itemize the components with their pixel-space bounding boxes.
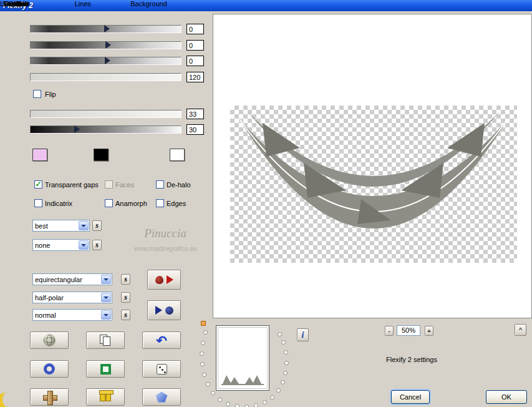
collapse-button[interactable]: ^ (515, 324, 526, 336)
memory-dot[interactable] (254, 403, 258, 407)
sharpen-slider[interactable] (30, 125, 181, 134)
info-button[interactable]: i (297, 328, 309, 341)
sharpen-value[interactable]: 30 (186, 124, 204, 135)
spin-value[interactable]: 0 (186, 56, 204, 66)
frame-button[interactable] (86, 360, 125, 378)
zoom-level[interactable]: 50% (397, 325, 420, 336)
longitude-slider-handle[interactable] (105, 41, 111, 49)
memory-dot[interactable] (206, 382, 210, 386)
preview-dropdown[interactable]: best (32, 220, 90, 232)
memory-dot[interactable] (284, 361, 289, 365)
preview-dropdown-value: best (35, 222, 78, 230)
blue-blob-icon (165, 306, 173, 315)
edges-checkbox[interactable] (156, 199, 164, 207)
memory-dot[interactable] (281, 340, 286, 345)
latitude-slider[interactable] (30, 25, 181, 33)
grid-dropdown[interactable]: none (32, 239, 90, 251)
transparent-gaps-checkbox[interactable]: ✓ (34, 180, 42, 189)
tabs-value[interactable]: 33 (186, 109, 204, 119)
cross-button[interactable] (30, 388, 69, 406)
faces-checkbox (105, 180, 113, 189)
memory-dot[interactable] (283, 371, 288, 375)
de-halo-label: De-halo (167, 181, 204, 189)
thumbnail-shape (218, 366, 268, 388)
glue-s-button[interactable]: s (121, 310, 130, 320)
random-button[interactable] (142, 360, 181, 378)
zoom-in-button[interactable]: + (425, 326, 433, 336)
memory-dot[interactable] (200, 362, 205, 366)
memory-dot[interactable] (284, 350, 288, 355)
input-dropdown-value: equirectangular (35, 275, 100, 284)
gem-button[interactable] (142, 388, 181, 406)
edges-label: Edges (167, 200, 204, 208)
info-icon: i (302, 330, 304, 340)
gift-icon (100, 393, 111, 401)
memory-dot[interactable] (200, 351, 204, 356)
memory-dot[interactable] (211, 391, 215, 395)
input-dropdown[interactable]: equirectangular (32, 273, 112, 285)
chevron-down-icon[interactable] (101, 293, 111, 302)
anamorph-checkbox[interactable] (105, 199, 113, 207)
thumbnail-preview[interactable] (216, 325, 269, 391)
transparency-checkerboard (230, 105, 517, 263)
memory-dot[interactable] (201, 341, 205, 345)
memory-dot[interactable] (218, 398, 222, 402)
flexify-dialog: Flexify 2 Latitude 0 Longitude 0 Spin 0 … (0, 0, 532, 407)
memory-dot[interactable] (203, 330, 208, 335)
memory-dot[interactable] (270, 395, 274, 400)
latitude-value[interactable]: 0 (186, 24, 204, 34)
chevron-down-icon[interactable] (79, 221, 89, 230)
duplicate-button[interactable] (86, 331, 125, 349)
longitude-value[interactable]: 0 (186, 40, 204, 51)
preview-s-button[interactable]: s (92, 220, 102, 231)
chevron-down-icon[interactable] (79, 240, 89, 250)
output-dropdown[interactable]: half-polar (32, 292, 112, 303)
lines-swatch-label: Lines (69, 0, 91, 8)
memory-dot[interactable] (278, 332, 282, 336)
cross-icon (43, 391, 56, 404)
watermark-url: www.maidiregrafica.eu (115, 245, 215, 252)
memory-dot[interactable] (226, 402, 230, 406)
ok-button[interactable]: OK (486, 390, 527, 404)
tabs-slider (30, 110, 181, 118)
grid-dropdown-value: none (35, 241, 78, 250)
indicatrix-checkbox[interactable] (34, 199, 42, 207)
memory-dot[interactable] (244, 405, 249, 407)
memory-dot[interactable] (202, 373, 206, 377)
spin-slider[interactable] (30, 57, 181, 65)
fov-value[interactable]: 120 (186, 72, 204, 82)
lines-color-swatch[interactable] (94, 149, 109, 161)
output-s-button[interactable]: s (121, 292, 130, 303)
spin-slider-handle[interactable] (105, 57, 110, 64)
undo-button[interactable]: ↶ (142, 331, 181, 349)
tab-color-swatch[interactable] (32, 149, 47, 161)
render-preview-button[interactable] (147, 270, 181, 290)
selected-memory-dot[interactable] (201, 321, 206, 326)
zoom-out-button[interactable]: - (385, 326, 394, 336)
settings-caption: Flexify 2 settings (359, 356, 465, 363)
blue-play-icon (155, 306, 162, 315)
globe-button[interactable] (30, 331, 69, 349)
gem-icon (156, 392, 168, 403)
ring-button[interactable] (30, 360, 69, 378)
background-color-swatch[interactable] (170, 149, 185, 161)
memory-dot[interactable] (263, 400, 267, 405)
auto-preview-button[interactable] (147, 300, 181, 320)
input-s-button[interactable]: s (121, 274, 130, 285)
latitude-slider-handle[interactable] (104, 25, 110, 32)
memory-dot[interactable] (281, 380, 285, 385)
flip-checkbox[interactable] (33, 90, 41, 98)
chevron-down-icon[interactable] (101, 275, 111, 284)
grid-s-button[interactable]: s (92, 240, 102, 250)
sharpen-slider-handle[interactable] (74, 125, 80, 133)
chevron-down-icon[interactable] (101, 310, 111, 320)
cancel-button[interactable]: Cancel (391, 390, 430, 404)
glue-dropdown[interactable]: normal (32, 309, 112, 321)
copy-icon (100, 335, 112, 346)
de-halo-checkbox[interactable] (156, 180, 164, 189)
memory-dot[interactable] (235, 404, 239, 407)
longitude-slider[interactable] (30, 41, 181, 49)
gift-button[interactable] (86, 388, 125, 406)
memory-dot[interactable] (276, 388, 281, 393)
preview-panel (213, 14, 532, 318)
